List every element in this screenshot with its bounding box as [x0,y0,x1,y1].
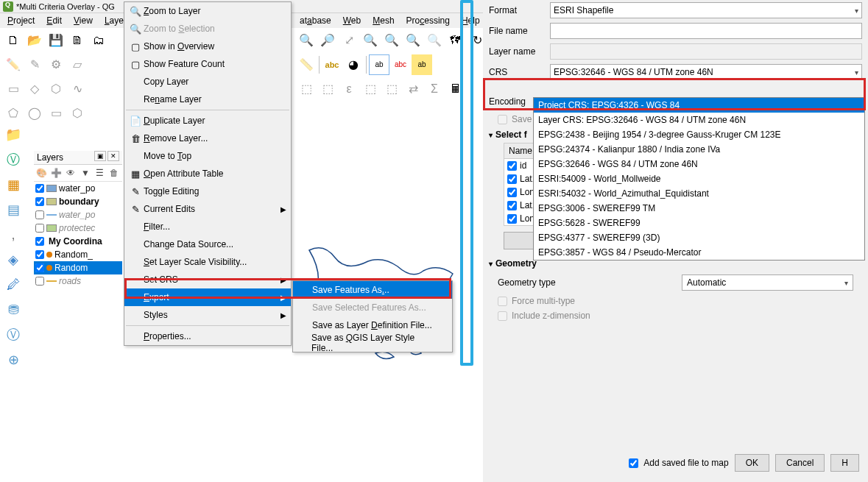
db-icon[interactable]: ⛃ [3,300,24,320]
circle-icon[interactable]: ◯ [24,103,45,124]
layer-collapse-icon[interactable]: ☰ [93,166,107,180]
crs-option-6[interactable]: ESRI:54032 - World_Azimuthal_Equidistant [534,186,864,201]
menu-edit[interactable]: Edit [40,14,68,27]
geometry-type-combo[interactable]: Automatic [682,274,853,291]
zoom-in-icon[interactable]: 🔍 [296,30,317,51]
crs-option-4[interactable]: EPSG:32646 - WGS 84 / UTM zone 46N [534,157,864,171]
ctx2-item-3[interactable]: Save as QGIS Layer Style File... [293,334,452,352]
new-raster-icon[interactable]: ▦ [3,174,24,195]
ctx1-item-0[interactable]: 🔍Zoom to Layer [124,2,291,20]
field-checkbox[interactable] [507,188,517,197]
ctx1-item-4[interactable]: Copy Layer [124,73,291,91]
select-icon[interactable]: ▭ [3,79,24,99]
ctx1-item-11[interactable]: ✎Toggle Editing [124,182,291,200]
menu-view[interactable]: View [68,14,99,27]
deselect-icon[interactable]: ⬚ [360,79,381,99]
layer-expand-icon[interactable]: ▼ [79,166,92,180]
ctx1-item-13[interactable]: Filter... [124,218,291,235]
layer-checkbox[interactable] [35,237,44,246]
ctx1-item-2[interactable]: ▢Show in Overview [124,38,291,55]
layer-checkbox[interactable] [35,224,44,233]
open-dsm-icon[interactable]: 📁 [3,124,24,145]
crs-option-5[interactable]: ESRI:54009 - World_Mollweide [534,171,864,186]
panel-undock-icon[interactable]: ▣ [94,151,106,161]
format-combo[interactable]: ESRI Shapefile [550,2,862,18]
add-to-map-checkbox[interactable] [629,458,638,468]
layer-row-5[interactable]: Random_ [34,248,122,261]
crs-option-0[interactable]: Project CRS: EPSG:4326 - WGS 84 [534,98,864,113]
menu-project[interactable]: Project [1,14,40,27]
menu-processing[interactable]: Processing [401,14,456,27]
select-poly-icon[interactable]: ◇ [24,79,45,99]
stats-icon[interactable]: Σ [424,79,445,99]
ctx2-item-2[interactable]: Save as Layer Definition File... [293,316,452,334]
ctx2-item-0[interactable]: Save Features As... [293,281,452,299]
layer-row-7[interactable]: roads [34,274,122,288]
new-project-icon[interactable]: 🗋 [3,30,24,51]
snap-icon[interactable]: ∿ [67,79,88,99]
ctx1-item-5[interactable]: Rename Layer [124,91,291,108]
layer-checkbox[interactable] [35,184,44,193]
advanced-icon[interactable]: ⬡ [46,79,66,99]
regpoly-icon[interactable]: ⬡ [67,103,88,124]
label-box-icon[interactable]: ab [369,54,389,75]
ctx1-item-7[interactable]: 📄Duplicate Layer [124,112,291,130]
vertex-icon[interactable]: ⚙ [46,54,66,75]
layer-checkbox[interactable] [35,210,44,219]
crs-option-8[interactable]: EPSG:5628 - SWEREF99 [534,216,864,230]
new-layout-icon[interactable]: 🗎 [67,30,88,51]
select-feat-icon[interactable]: ⬚ [296,79,317,99]
layer-row-0[interactable]: water_po [34,182,122,195]
zoom-full-icon[interactable]: 🔍 [360,30,381,51]
edit-tools-icon[interactable]: ✎ [24,54,45,75]
save-icon[interactable]: 💾 [46,30,66,51]
measure-icon[interactable]: 📏 [296,54,317,75]
layer-add-icon[interactable]: ➕ [50,166,63,180]
crs-combo[interactable]: EPSG:32646 - WGS 84 / UTM zone 46N [550,64,862,80]
poly-icon[interactable]: ▱ [67,54,88,75]
zoom-native-icon[interactable]: ⤢ [339,30,359,51]
menu-web[interactable]: Web [337,14,367,27]
ctx1-item-14[interactable]: Change Data Source... [124,235,291,253]
zoom-layer-icon[interactable]: 🔍 [403,30,423,51]
ctx1-item-10[interactable]: ▦Open Attribute Table [124,165,291,182]
label-yellow-icon[interactable]: ab [412,54,432,75]
layer-checkbox[interactable] [35,277,44,286]
label-abc-icon[interactable]: abc [322,54,342,75]
layer-checkbox[interactable] [35,197,44,206]
ctx1-item-9[interactable]: Move to Top [124,147,291,165]
select-all-icon[interactable]: ⬚ [381,79,402,99]
field-checkbox[interactable] [507,174,517,184]
ctx1-item-18[interactable]: Styles▶ [124,306,291,324]
layer-row-3[interactable]: protectec [34,221,122,235]
label-diagram-icon[interactable]: ◕ [343,54,364,75]
help-button[interactable]: H [830,454,859,472]
field-checkbox[interactable] [507,201,517,210]
ctx1-item-20[interactable]: Properties... [124,327,291,345]
panel-close-icon[interactable]: ✕ [107,151,119,161]
crs-option-2[interactable]: EPSG:2438 - Beijing 1954 / 3-degree Gaus… [534,127,864,142]
wfs-icon[interactable]: ⊕ [3,350,24,370]
cancel-button[interactable]: Cancel [775,454,825,472]
ctx1-item-12[interactable]: ✎Current Edits▶ [124,200,291,218]
add-to-map-checkbox-label[interactable]: Add saved file to map [626,456,728,470]
crs-option-3[interactable]: EPSG:24374 - Kalianpur 1880 / India zone… [534,142,864,157]
menu-mesh[interactable]: Mesh [367,14,400,27]
new-memory-icon[interactable]: , [3,224,24,245]
zoom-last-icon[interactable]: 🔍 [424,30,445,51]
shape-icon[interactable]: ⬠ [3,103,24,124]
label-red-icon[interactable]: abc [390,54,411,75]
zoom-selection-icon[interactable]: 🔍 [381,30,402,51]
rect-icon[interactable]: ▭ [46,103,66,124]
new-vector-icon[interactable]: Ⓥ [3,149,24,170]
field-checkbox[interactable] [507,214,517,224]
ctx1-item-16[interactable]: Set CRS▶ [124,271,291,288]
ok-button[interactable]: OK [735,454,769,472]
zoom-out-icon[interactable]: 🔎 [317,30,338,51]
layer-checkbox[interactable] [35,250,44,259]
field-checkbox[interactable] [507,161,517,171]
new-geopackage-icon[interactable]: ◈ [3,249,24,270]
new-spatialite-icon[interactable]: 🖉 [3,274,24,295]
ctx1-item-3[interactable]: ▢Show Feature Count [124,55,291,73]
layer-row-2[interactable]: water_po [34,208,122,221]
